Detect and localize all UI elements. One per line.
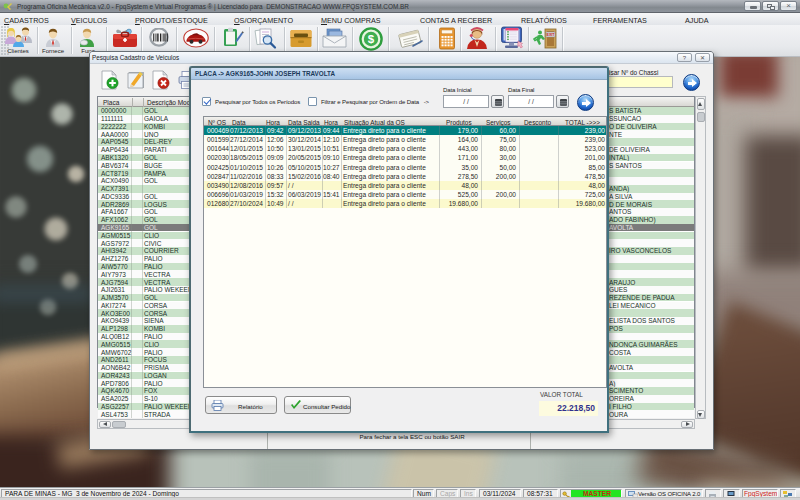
svg-text:EXIT: EXIT <box>547 33 556 37</box>
svg-text:$: $ <box>368 33 375 45</box>
